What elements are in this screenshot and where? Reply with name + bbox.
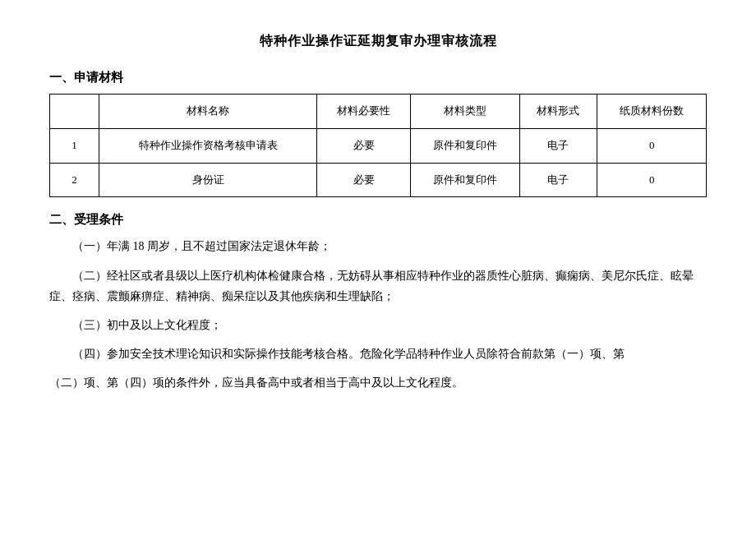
row-copies: 0 bbox=[597, 163, 707, 197]
page-title: 特种作业操作证延期复审办理审核流程 bbox=[49, 33, 707, 50]
page-container: 特种作业操作证延期复审办理审核流程 一、申请材料 材料名称 材料必要性 材料类型… bbox=[49, 33, 707, 394]
col-necessity-header: 材料必要性 bbox=[317, 95, 411, 129]
row-index: 1 bbox=[50, 128, 99, 163]
row-name: 特种作业操作资格考核申请表 bbox=[99, 128, 317, 163]
col-name-header: 材料名称 bbox=[99, 95, 317, 129]
row-necessity: 必要 bbox=[317, 163, 411, 197]
row-type: 原件和复印件 bbox=[410, 128, 519, 163]
condition-item: （一）年满 18 周岁，且不超过国家法定退休年龄； bbox=[49, 236, 707, 256]
condition-item: （二）经社区或者县级以上医疗机构体检健康合格，无妨碍从事相应特种作业的器质性心脏… bbox=[49, 265, 707, 307]
section2-title: 二、受理条件 bbox=[49, 212, 707, 228]
condition-item: （四）参加安全技术理论知识和实际操作技能考核合格。危险化学品特种作业人员除符合前… bbox=[49, 344, 707, 364]
table-row: 2 身份证 必要 原件和复印件 电子 0 bbox=[50, 163, 707, 197]
condition-item: （二）项、第（四）项的条件外，应当具备高中或者相当于高中及以上文化程度。 bbox=[49, 372, 707, 393]
conditions-section: （一）年满 18 周岁，且不超过国家法定退休年龄；（二）经社区或者县级以上医疗机… bbox=[49, 236, 707, 393]
col-form-header: 材料形式 bbox=[519, 95, 597, 129]
row-form: 电子 bbox=[519, 163, 597, 197]
row-copies: 0 bbox=[597, 128, 707, 163]
row-index: 2 bbox=[50, 163, 99, 197]
row-type: 原件和复印件 bbox=[410, 163, 519, 197]
col-copies-header: 纸质材料份数 bbox=[597, 95, 707, 129]
row-name: 身份证 bbox=[99, 163, 317, 197]
materials-table: 材料名称 材料必要性 材料类型 材料形式 纸质材料份数 1 特种作业操作资格考核… bbox=[49, 94, 707, 197]
col-index-header bbox=[50, 95, 99, 129]
condition-item: （三）初中及以上文化程度； bbox=[49, 315, 707, 335]
table-row: 1 特种作业操作资格考核申请表 必要 原件和复印件 电子 0 bbox=[50, 128, 707, 163]
col-type-header: 材料类型 bbox=[410, 95, 519, 129]
row-necessity: 必要 bbox=[317, 128, 411, 163]
section1-title: 一、申请材料 bbox=[49, 70, 707, 85]
row-form: 电子 bbox=[519, 128, 597, 163]
